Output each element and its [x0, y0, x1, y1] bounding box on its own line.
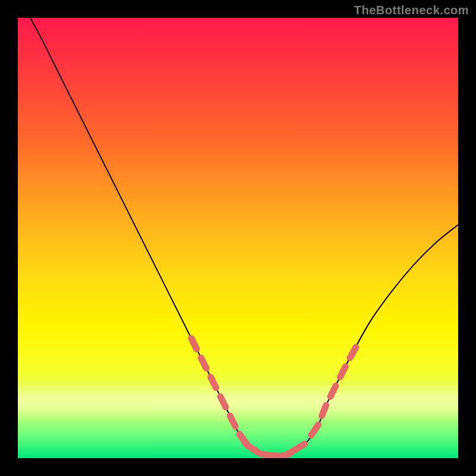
dash-overlay-group	[192, 339, 356, 456]
curve-svg	[18, 18, 458, 458]
dash-right-5	[350, 347, 356, 358]
dash-floor-2	[261, 454, 268, 455]
dash-right-1	[311, 425, 318, 436]
dash-floor-3	[271, 456, 279, 456]
dash-floor-4	[282, 454, 289, 456]
plot-area	[18, 18, 458, 458]
bottleneck-curve	[18, 18, 458, 456]
dash-floor-1	[250, 447, 258, 452]
dash-right-2	[322, 405, 326, 416]
watermark-text: TheBottleneck.com	[354, 4, 469, 17]
dash-floor-0	[240, 434, 247, 445]
chart-frame: TheBottleneck.com	[0, 0, 476, 476]
dash-right-3	[330, 386, 336, 397]
dash-left-2	[211, 377, 216, 388]
dash-left-1	[201, 358, 206, 368]
dash-left-0	[192, 339, 197, 349]
dash-left-3	[220, 396, 226, 407]
dash-left-4	[230, 416, 236, 427]
dash-right-4	[340, 367, 346, 377]
